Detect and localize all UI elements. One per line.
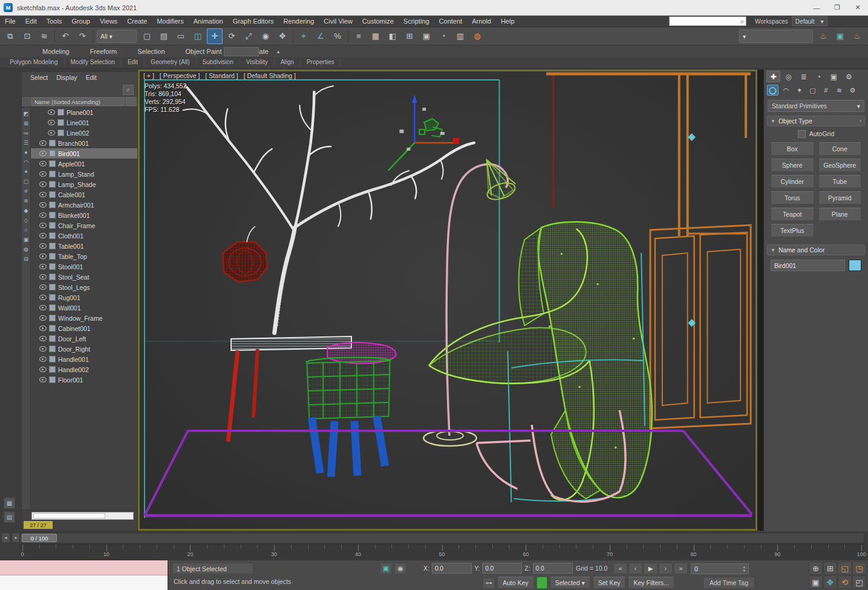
current-frame-field[interactable]: 0▴▾ [691,563,749,574]
viewport-general-menu[interactable]: [ + ] [143,72,154,79]
menu-tools[interactable]: Tools [42,16,67,27]
go-to-end-button[interactable]: » [674,563,688,574]
unlink-selection[interactable]: ⊡ [19,28,35,44]
select-and-manipulate[interactable]: ✥ [275,28,290,44]
ribbon-panel-polygon-modeling[interactable]: Polygon Modeling [4,58,65,66]
visibility-eye-icon[interactable] [48,120,55,125]
timeline-prev-icon[interactable]: ◂ [1,533,10,543]
category-lights[interactable]: ✦ [794,85,805,96]
explorer-search-icon[interactable]: ⌕ [123,85,134,95]
category-systems[interactable]: ⚙ [847,85,858,96]
explorer-row-armchair001[interactable]: Armchair001 [31,200,137,210]
viewport-render-preset-label[interactable]: [ Standard ] [205,72,238,79]
explorer-menu-display[interactable]: Display [56,74,77,81]
tab-utilities[interactable]: ⚙ [842,71,856,82]
explorer-menu-edit[interactable]: Edit [86,74,97,81]
explorer-row-door_right[interactable]: Door_Right [31,344,137,354]
explorer-filter-bones[interactable]: ○ [22,226,30,234]
auto-key-button[interactable]: Auto Key [497,577,534,589]
visibility-eye-icon[interactable] [39,377,47,382]
menu-create[interactable]: Create [122,16,152,27]
coord-field-x[interactable]: 0.0 [432,563,472,574]
tab-hierarchy[interactable]: ≣ [797,71,811,82]
select-and-rotate[interactable]: ⟳ [224,28,240,44]
explorer-sort-hierarchy[interactable]: ◩ [22,110,30,117]
set-key-button[interactable]: Set Key [593,577,626,589]
explorer-row-line001[interactable]: Line001 [31,117,137,128]
visibility-eye-icon[interactable] [48,110,55,115]
maximize-viewport-toggle-button[interactable]: ◰ [852,575,866,589]
visibility-eye-icon[interactable] [39,243,47,249]
maxscript-mini-listener[interactable] [0,560,168,590]
track-bar-ruler[interactable]: 0102030405060708090100 [19,544,864,559]
primitive-button-tube[interactable]: Tube [818,175,862,188]
ribbon-tab-object-paint[interactable]: Object Paint [186,48,222,55]
render-setup[interactable]: ♨ [815,28,831,44]
maximize-button[interactable]: ❐ [827,0,847,15]
explorer-row-table001[interactable]: Table001 [31,241,137,251]
ribbon-panel-geometry-all-[interactable]: Geometry (All) [145,58,196,66]
autogrid-checkbox[interactable] [798,130,806,138]
explorer-expand-all[interactable]: ⊞ [22,119,30,127]
primitive-button-cone[interactable]: Cone [818,142,862,156]
menu-arnold[interactable]: Arnold [467,16,496,27]
coord-field-y[interactable]: 0.0 [482,563,522,574]
explorer-row-apple001[interactable]: Apple001 [31,159,137,169]
go-to-start-button[interactable]: « [613,563,627,574]
explorer-row-chair_frame[interactable]: Chair_Frame [31,220,137,231]
visibility-eye-icon[interactable] [39,264,47,269]
tab-motion[interactable]: ◔ [812,71,826,82]
previous-frame-button[interactable]: ‹ [628,563,642,574]
category-geometry[interactable]: ◯ [767,85,778,96]
explorer-row-stool_seat[interactable]: Stool_Seat [31,272,137,282]
align[interactable]: ◧ [385,28,400,44]
ribbon-panel-edit[interactable]: Edit [122,58,145,66]
explorer-row-lamp_stand[interactable]: Lamp_Stand [31,169,137,179]
select-by-name[interactable]: ▤ [156,28,172,44]
zoom-all-button[interactable]: ⊞ [823,562,837,575]
selection-filter-dropdown[interactable]: All ▾ [97,30,137,43]
rectangular-selection-region[interactable]: ▭ [173,28,189,44]
explorer-row-plane001[interactable]: Plane001 [31,107,137,117]
visibility-eye-icon[interactable] [39,212,47,218]
visibility-eye-icon[interactable] [39,295,47,300]
docked-panel-icon-2[interactable]: ▤ [4,511,15,523]
zoom-extents-all-button[interactable]: ◳ [852,562,866,575]
explorer-row-stool_legs[interactable]: Stool_Legs [31,282,137,292]
selection-lock-toggle[interactable]: ◉ [394,563,406,574]
play-animation-button[interactable]: ▶ [644,563,658,574]
mirror[interactable]: ▦ [368,28,383,44]
explorer-filter-xrefs[interactable]: ◇ [22,216,30,224]
explorer-row-stool001[interactable]: Stool001 [31,261,137,272]
bind-to-space-warp[interactable]: ≋ [36,28,52,44]
menu-views[interactable]: Views [95,16,122,27]
tab-display[interactable]: ▣ [827,71,841,82]
toggle-scene-explorer[interactable]: ⊞ [402,28,417,44]
time-slider-handle[interactable]: 0 / 100 [22,534,57,542]
visibility-eye-icon[interactable] [39,202,47,208]
explorer-row-cable001[interactable]: Cable001 [31,189,137,200]
visibility-eye-icon[interactable] [39,140,47,146]
explorer-filter-helpers[interactable]: # [22,187,30,195]
visibility-eye-icon[interactable] [39,161,47,166]
object-name-field[interactable]: Bird001 [771,260,845,271]
menu-content[interactable]: Content [434,16,468,27]
explorer-row-rug001[interactable]: Rug001 [31,292,137,303]
visibility-eye-icon[interactable] [39,284,47,290]
visibility-eye-icon[interactable] [39,305,47,310]
ribbon-panel-align[interactable]: Align [275,58,301,66]
docked-panel-icon-1[interactable]: ▦ [4,497,15,509]
visibility-eye-icon[interactable] [39,151,47,156]
explorer-row-handle001[interactable]: Handle001 [31,354,137,364]
select-and-move[interactable]: ✛ [207,28,223,44]
viewport-shading-label[interactable]: [ Default Shading ] [244,72,296,79]
pan-view-button[interactable]: ✥ [823,575,837,589]
ribbon-overflow-box[interactable] [224,47,259,56]
coord-field-z[interactable]: 0.0 [533,563,573,574]
explorer-horizontal-scrollbar[interactable] [31,512,134,520]
isolate-selection-toggle[interactable]: ▣ [380,563,392,574]
menu-edit[interactable]: Edit [21,16,42,27]
primitive-button-box[interactable]: Box [771,142,814,156]
rendered-frame-window[interactable]: ▣ [832,28,848,44]
frame-spinner[interactable]: ▴▾ [743,565,745,572]
